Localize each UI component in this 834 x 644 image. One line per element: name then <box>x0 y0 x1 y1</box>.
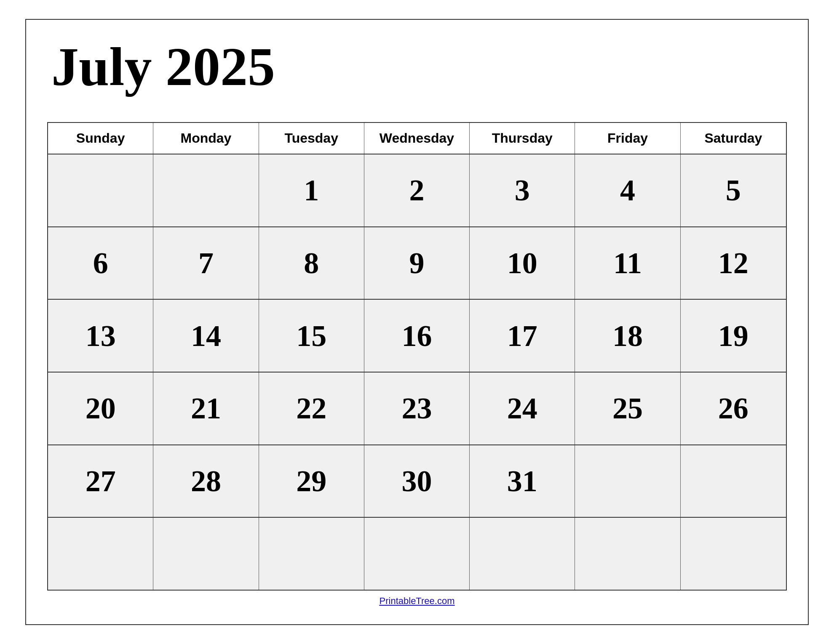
day-cell: 24 <box>470 373 575 444</box>
day-cell: 12 <box>681 227 786 299</box>
day-cell: 31 <box>470 445 575 517</box>
day-cell: 5 <box>681 154 786 226</box>
day-cell: 19 <box>681 300 786 372</box>
calendar-container: July 2025 SundayMondayTuesdayWednesdayTh… <box>25 19 809 625</box>
day-number: 6 <box>93 248 108 278</box>
day-number: 21 <box>191 393 221 423</box>
day-header-friday: Friday <box>575 123 680 154</box>
day-number: 27 <box>86 466 116 496</box>
day-cell <box>364 518 470 590</box>
day-number: 9 <box>409 248 424 278</box>
day-cell <box>575 518 680 590</box>
day-cell <box>681 518 786 590</box>
day-number: 5 <box>726 175 741 205</box>
week-row-6 <box>48 518 786 590</box>
day-cell: 3 <box>470 154 575 226</box>
day-number: 25 <box>612 393 643 423</box>
day-cell <box>153 154 259 226</box>
day-cell: 1 <box>259 154 364 226</box>
footer[interactable]: PrintableTree.com <box>47 591 787 612</box>
day-number: 26 <box>718 393 748 423</box>
day-number: 31 <box>507 466 537 496</box>
day-cell <box>575 445 680 517</box>
day-cell: 4 <box>575 154 680 226</box>
day-number: 1 <box>304 175 319 205</box>
day-cell: 7 <box>153 227 259 299</box>
day-header-thursday: Thursday <box>470 123 575 154</box>
day-number: 2 <box>409 175 424 205</box>
week-row-3: 13141516171819 <box>48 300 786 373</box>
day-number: 14 <box>191 321 221 351</box>
week-row-4: 20212223242526 <box>48 373 786 445</box>
day-cell: 23 <box>364 373 470 444</box>
day-number: 3 <box>515 175 530 205</box>
day-headers: SundayMondayTuesdayWednesdayThursdayFrid… <box>48 123 786 154</box>
day-cell <box>681 445 786 517</box>
day-cell: 26 <box>681 373 786 444</box>
day-number: 18 <box>612 321 643 351</box>
day-cell: 27 <box>48 445 153 517</box>
week-row-2: 6789101112 <box>48 227 786 300</box>
day-number: 11 <box>613 248 642 278</box>
day-number: 17 <box>507 321 537 351</box>
day-cell <box>48 518 153 590</box>
calendar-title: July 2025 <box>47 37 787 97</box>
day-number: 29 <box>296 466 326 496</box>
day-cell: 22 <box>259 373 364 444</box>
day-cell <box>48 154 153 226</box>
day-cell: 20 <box>48 373 153 444</box>
day-number: 20 <box>86 393 116 423</box>
day-number: 15 <box>296 321 326 351</box>
day-header-saturday: Saturday <box>681 123 786 154</box>
day-header-tuesday: Tuesday <box>259 123 364 154</box>
day-cell: 8 <box>259 227 364 299</box>
day-cell: 25 <box>575 373 680 444</box>
day-cell <box>153 518 259 590</box>
day-cell: 2 <box>364 154 470 226</box>
day-number: 19 <box>718 321 748 351</box>
month-label: July <box>51 36 152 97</box>
year-label: 2025 <box>166 36 275 97</box>
day-number: 10 <box>507 248 537 278</box>
week-row-1: 12345 <box>48 154 786 227</box>
day-cell: 10 <box>470 227 575 299</box>
day-cell: 29 <box>259 445 364 517</box>
day-cell: 9 <box>364 227 470 299</box>
day-header-sunday: Sunday <box>48 123 153 154</box>
day-cell: 16 <box>364 300 470 372</box>
day-number: 4 <box>620 175 635 205</box>
day-cell: 28 <box>153 445 259 517</box>
day-header-monday: Monday <box>153 123 259 154</box>
day-cell: 17 <box>470 300 575 372</box>
day-cell: 21 <box>153 373 259 444</box>
day-cell: 30 <box>364 445 470 517</box>
day-cell <box>470 518 575 590</box>
day-number: 22 <box>296 393 326 423</box>
footer-link[interactable]: PrintableTree.com <box>380 596 455 606</box>
day-cell: 6 <box>48 227 153 299</box>
day-cell <box>259 518 364 590</box>
week-row-5: 2728293031 <box>48 445 786 518</box>
calendar-grid: SundayMondayTuesdayWednesdayThursdayFrid… <box>47 122 787 591</box>
day-cell: 11 <box>575 227 680 299</box>
day-cell: 14 <box>153 300 259 372</box>
day-cell: 18 <box>575 300 680 372</box>
day-number: 8 <box>304 248 319 278</box>
day-number: 16 <box>401 321 432 351</box>
day-cell: 15 <box>259 300 364 372</box>
day-number: 28 <box>191 466 221 496</box>
day-number: 7 <box>198 248 214 278</box>
day-number: 13 <box>86 321 116 351</box>
day-header-wednesday: Wednesday <box>364 123 470 154</box>
day-cell: 13 <box>48 300 153 372</box>
weeks-container: 1234567891011121314151617181920212223242… <box>48 154 786 590</box>
day-number: 12 <box>718 248 748 278</box>
day-number: 23 <box>401 393 432 423</box>
day-number: 30 <box>401 466 432 496</box>
day-number: 24 <box>507 393 537 423</box>
